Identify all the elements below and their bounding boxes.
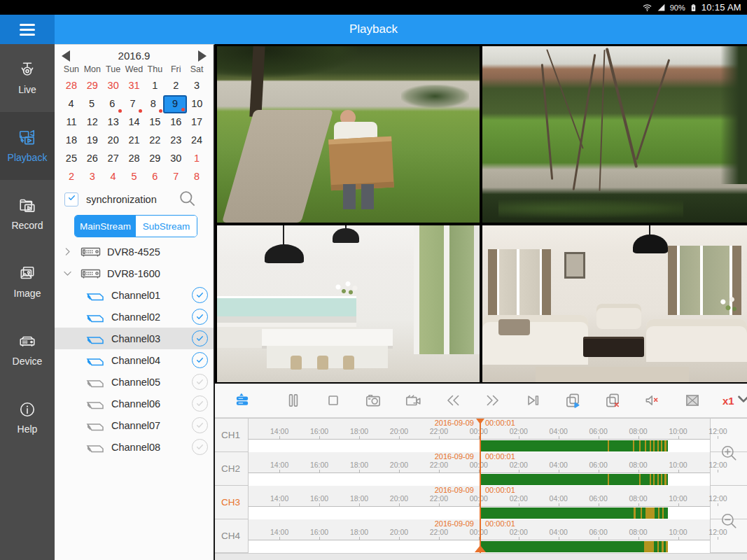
calendar-next-button[interactable] <box>198 50 207 62</box>
calendar-day[interactable]: 30 <box>165 150 186 168</box>
calendar-day[interactable]: 30 <box>103 77 124 95</box>
calendar-day[interactable]: 31 <box>124 77 145 95</box>
sidebar-item-record[interactable]: Record <box>0 180 55 248</box>
channel-row[interactable]: Channel02 <box>55 306 214 328</box>
calendar-day[interactable]: 16 <box>165 113 186 132</box>
video-pane-4[interactable] <box>482 225 747 382</box>
channel-row[interactable]: Channel08 <box>55 436 214 458</box>
calendar-day[interactable]: 24 <box>186 132 207 150</box>
channel-check[interactable] <box>192 374 208 390</box>
playhead-handle-bottom[interactable] <box>475 545 486 552</box>
calendar-day[interactable]: 19 <box>82 132 103 150</box>
stream-button-mainstream[interactable]: MainStream <box>75 216 136 237</box>
fast-forward-button[interactable] <box>484 391 502 410</box>
sidebar-item-image[interactable]: Image <box>0 248 55 316</box>
channel-check[interactable] <box>192 439 208 455</box>
calendar-day[interactable]: 29 <box>144 150 165 168</box>
calendar-day[interactable]: 29 <box>82 77 103 95</box>
calendar-day[interactable]: 10 <box>187 95 207 113</box>
calendar-day[interactable]: 8 <box>143 95 163 113</box>
close-all-button[interactable] <box>683 391 701 410</box>
channel-row[interactable]: Channel04 <box>55 349 214 371</box>
channel-label[interactable]: CH4 <box>215 519 249 552</box>
menu-button[interactable] <box>0 15 55 44</box>
calendar-day[interactable]: 12 <box>82 113 103 132</box>
calendar-day[interactable]: 14 <box>124 113 145 132</box>
stream-button-substream[interactable]: SubStream <box>136 216 197 237</box>
calendar-day[interactable]: 2 <box>61 168 82 186</box>
stop-all-button[interactable] <box>603 391 622 410</box>
mute-button[interactable] <box>643 391 662 410</box>
calendar-day[interactable]: 28 <box>61 77 82 95</box>
playhead-line[interactable] <box>480 419 481 553</box>
pause-button[interactable] <box>284 391 302 410</box>
calendar-day[interactable]: 13 <box>103 113 124 132</box>
channel-row[interactable]: Channel06 <box>55 393 214 414</box>
record-button[interactable] <box>404 391 422 410</box>
search-icon[interactable] <box>178 189 197 211</box>
calendar-day[interactable]: 25 <box>61 150 82 168</box>
channel-check[interactable] <box>192 287 208 303</box>
channel-row[interactable]: Channel03 <box>55 328 214 349</box>
frame-step-button[interactable] <box>524 391 542 410</box>
calendar-day[interactable]: 22 <box>144 132 165 150</box>
rewind-button[interactable] <box>444 391 462 410</box>
calendar-day[interactable]: 18 <box>61 132 82 150</box>
calendar-prev-button[interactable] <box>62 50 70 62</box>
channel-label[interactable]: CH3 <box>215 486 249 519</box>
calendar-day[interactable]: 5 <box>81 95 102 113</box>
channel-label[interactable]: CH1 <box>215 419 249 451</box>
collapse-panel-button[interactable] <box>734 390 747 411</box>
calendar-day[interactable]: 21 <box>124 132 145 150</box>
channel-check[interactable] <box>192 352 208 368</box>
sidebar-item-help[interactable]: Help <box>0 384 55 451</box>
calendar-day[interactable]: 11 <box>61 113 82 132</box>
channel-row[interactable]: Channel01 <box>55 284 214 306</box>
sidebar-item-playback[interactable]: Playback <box>0 112 55 180</box>
tree-device-row[interactable]: DVR8-4525 <box>55 241 214 262</box>
sidebar-item-live[interactable]: Live <box>0 44 55 112</box>
calendar-day[interactable]: 17 <box>186 113 207 132</box>
calendar-day[interactable]: 2 <box>165 77 186 95</box>
calendar-day[interactable]: 1 <box>144 77 165 95</box>
calendar-day[interactable]: 26 <box>82 150 103 168</box>
video-pane-1[interactable] <box>217 46 480 223</box>
calendar-day[interactable]: 6 <box>144 168 165 186</box>
calendar-day[interactable]: 28 <box>124 150 145 168</box>
channel-check[interactable] <box>192 330 208 346</box>
calendar-day[interactable]: 23 <box>165 132 186 150</box>
calendar-day[interactable]: 3 <box>82 168 103 186</box>
calendar-day-selected[interactable]: 9 <box>163 95 186 113</box>
calendar-day[interactable]: 20 <box>103 132 124 150</box>
channel-row[interactable]: Channel07 <box>55 414 214 436</box>
play-all-button[interactable] <box>564 391 582 410</box>
video-pane-2[interactable] <box>482 46 747 223</box>
synchronization-checkbox[interactable] <box>64 192 78 206</box>
chevron-down-icon[interactable] <box>62 267 74 279</box>
calendar-day[interactable]: 4 <box>103 168 124 186</box>
tree-device-row[interactable]: DVR8-1600 <box>55 262 214 284</box>
calendar-day[interactable]: 6 <box>102 95 123 113</box>
chevron-right-icon[interactable] <box>62 246 74 258</box>
calendar-day[interactable]: 4 <box>61 95 81 113</box>
video-pane-3[interactable] <box>217 225 480 382</box>
timeline-zoom-out-button[interactable] <box>720 512 739 531</box>
calendar-day[interactable]: 27 <box>103 150 124 168</box>
channel-row[interactable]: Channel05 <box>55 371 214 393</box>
calendar-day[interactable]: 3 <box>186 77 207 95</box>
playhead-handle-top[interactable] <box>476 419 484 424</box>
channel-check[interactable] <box>192 417 208 433</box>
snapshot-button[interactable] <box>364 391 382 410</box>
channel-label[interactable]: CH2 <box>215 452 249 485</box>
calendar-day[interactable]: 15 <box>144 113 165 132</box>
calendar-day[interactable]: 7 <box>123 95 143 113</box>
device-list-button[interactable] <box>233 391 251 410</box>
calendar-day[interactable]: 1 <box>186 150 207 168</box>
calendar-day[interactable]: 8 <box>186 168 207 186</box>
stop-button[interactable] <box>324 391 342 410</box>
timeline-zoom-in-button[interactable] <box>720 444 739 463</box>
calendar-day[interactable]: 7 <box>165 168 186 186</box>
bottom-scroll-strip[interactable] <box>215 553 747 560</box>
calendar-day[interactable]: 5 <box>124 168 145 186</box>
channel-check[interactable] <box>192 396 208 412</box>
